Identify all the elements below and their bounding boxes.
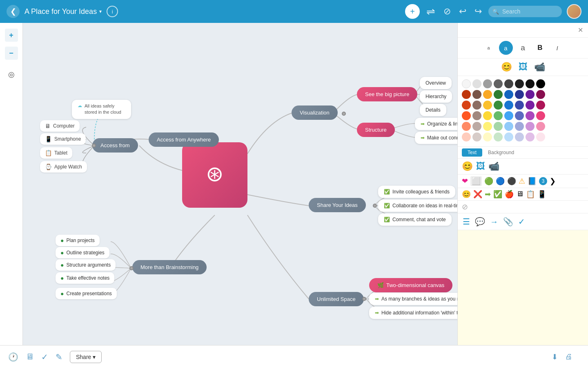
search-input[interactable] <box>488 6 562 17</box>
overview-node[interactable]: Overview <box>420 77 452 89</box>
heart-icon[interactable]: ❤ <box>462 177 468 186</box>
monitor-icon[interactable]: 🖥 <box>26 352 34 361</box>
color-swatch[interactable] <box>462 122 471 131</box>
details-node[interactable]: Details <box>420 104 446 116</box>
pen-icon[interactable]: ✎ <box>56 352 62 362</box>
font-italic-button[interactable]: I <box>550 41 564 55</box>
color-swatch[interactable] <box>515 79 524 88</box>
smiley-icon[interactable]: 😊 <box>501 62 512 72</box>
see-big-picture-node[interactable]: See the big picture <box>357 87 417 101</box>
plan-node[interactable]: ● Plan projects <box>56 235 100 246</box>
color-swatch[interactable] <box>472 122 481 131</box>
color-swatch[interactable] <box>483 132 492 141</box>
cloud-node[interactable]: ☁ All ideas safely stored in the cloud <box>72 100 131 119</box>
color-swatch[interactable] <box>483 90 492 99</box>
computer-node[interactable]: 🖥 Computer <box>40 120 80 132</box>
visualization-node[interactable]: Visualization <box>292 105 338 120</box>
color-swatch[interactable] <box>462 101 471 110</box>
close-panel-button[interactable]: ✕ <box>578 26 583 34</box>
red-x-icon[interactable]: ❌ <box>473 190 482 199</box>
color-swatch[interactable] <box>504 132 513 141</box>
avatar[interactable] <box>567 4 581 19</box>
color-swatch[interactable] <box>526 101 535 110</box>
center-node[interactable]: ⊛ <box>182 142 247 208</box>
color-swatch[interactable] <box>504 79 513 88</box>
emoji-image-icon[interactable]: 🖼 <box>476 161 485 172</box>
access-from-node[interactable]: Access from <box>92 138 138 153</box>
apple-icon[interactable]: 🍎 <box>505 190 514 199</box>
collab-button[interactable]: ⇌ <box>425 4 437 20</box>
info-button[interactable]: i <box>107 6 118 17</box>
white-square-icon[interactable]: ⬜ <box>470 176 482 186</box>
color-swatch[interactable] <box>462 79 471 88</box>
image-icon[interactable]: 🖼 <box>519 62 528 72</box>
color-swatch[interactable] <box>494 132 503 141</box>
organize-node[interactable]: ➡ Organize & link ideas <box>415 118 457 130</box>
undo-button[interactable]: ↩ <box>457 4 468 18</box>
history-icon[interactable]: 🕐 <box>8 352 18 362</box>
color-swatch[interactable] <box>515 101 524 110</box>
document-title[interactable]: A Place for Your Ideas ▾ <box>24 7 102 16</box>
color-swatch[interactable] <box>504 122 513 131</box>
color-swatch[interactable] <box>472 101 481 110</box>
share-button[interactable]: Share ▾ <box>70 351 102 363</box>
color-swatch[interactable] <box>526 90 535 99</box>
check-icon[interactable]: ✓ <box>41 352 48 362</box>
brainstorming-node[interactable]: More than Brainstorming <box>132 260 207 274</box>
color-swatch[interactable] <box>515 132 524 141</box>
color-swatch[interactable] <box>526 111 535 120</box>
color-swatch[interactable] <box>494 122 503 131</box>
font-large-button[interactable]: a <box>516 41 530 55</box>
add-button[interactable]: + <box>405 4 420 19</box>
warning-icon[interactable]: ⚠ <box>519 177 525 186</box>
structure-arg-node[interactable]: ● Structure arguments <box>56 259 116 271</box>
color-swatch[interactable] <box>526 122 535 131</box>
black-circle-icon[interactable]: ⚫ <box>507 177 516 186</box>
color-swatch[interactable] <box>483 122 492 131</box>
font-medium-button[interactable]: a <box>499 41 513 55</box>
comment-icon[interactable]: 💬 <box>475 217 485 227</box>
color-swatch[interactable] <box>515 122 524 131</box>
note-area[interactable] <box>458 230 588 352</box>
unlimited-space-node[interactable]: Unlimited Space <box>309 292 364 306</box>
color-swatch[interactable] <box>472 132 481 141</box>
color-swatch[interactable] <box>526 79 535 88</box>
color-swatch[interactable] <box>483 111 492 120</box>
block-button[interactable]: ⊘ <box>442 4 452 18</box>
color-swatch[interactable] <box>536 79 545 88</box>
color-swatch[interactable] <box>483 101 492 110</box>
emoji-smiley-icon[interactable]: 😊 <box>462 161 473 172</box>
notes-node[interactable]: ● Take effective notes <box>56 272 114 284</box>
color-swatch[interactable] <box>526 132 535 141</box>
apple-watch-node[interactable]: ⌚ Apple Watch <box>40 161 87 173</box>
blue-circle-icon[interactable]: 🔵 <box>496 177 505 186</box>
access-anywhere-node[interactable]: Access from Anywhere <box>149 132 219 147</box>
connections-node[interactable]: ➡ Make out connections <box>415 132 457 144</box>
text-tab[interactable]: Text <box>462 148 482 157</box>
video-icon[interactable]: 📹 <box>534 62 545 72</box>
bg-tab[interactable]: Background <box>482 148 520 157</box>
invite-node[interactable]: ✅ Invite colleagues & friends <box>378 186 455 198</box>
font-small-button[interactable]: a <box>482 41 496 55</box>
zoom-out-button[interactable]: − <box>5 47 18 60</box>
font-bold-button[interactable]: B <box>533 41 547 55</box>
checkmark-icon[interactable]: ✅ <box>493 190 502 199</box>
color-swatch[interactable] <box>504 90 513 99</box>
zoom-in-button[interactable]: + <box>5 29 18 42</box>
emoji-video-icon[interactable]: 📹 <box>488 161 499 172</box>
smartphone-node[interactable]: 📱 Smartphone <box>40 133 86 145</box>
color-swatch[interactable] <box>504 101 513 110</box>
color-swatch[interactable] <box>536 101 545 110</box>
color-swatch[interactable] <box>515 111 524 120</box>
back-button[interactable]: ❮ <box>7 5 20 18</box>
color-swatch[interactable] <box>462 90 471 99</box>
color-swatch[interactable] <box>504 111 513 120</box>
list-icon[interactable]: ☰ <box>463 217 470 227</box>
redo-button[interactable]: ↪ <box>473 4 483 18</box>
color-swatch[interactable] <box>515 90 524 99</box>
share-node[interactable]: Share Your Ideas <box>309 198 366 212</box>
presentations-node[interactable]: ● Create presentations <box>56 288 117 299</box>
color-swatch[interactable] <box>462 111 471 120</box>
color-swatch[interactable] <box>494 111 503 120</box>
green-arrow-icon[interactable]: ➡ <box>485 190 491 199</box>
